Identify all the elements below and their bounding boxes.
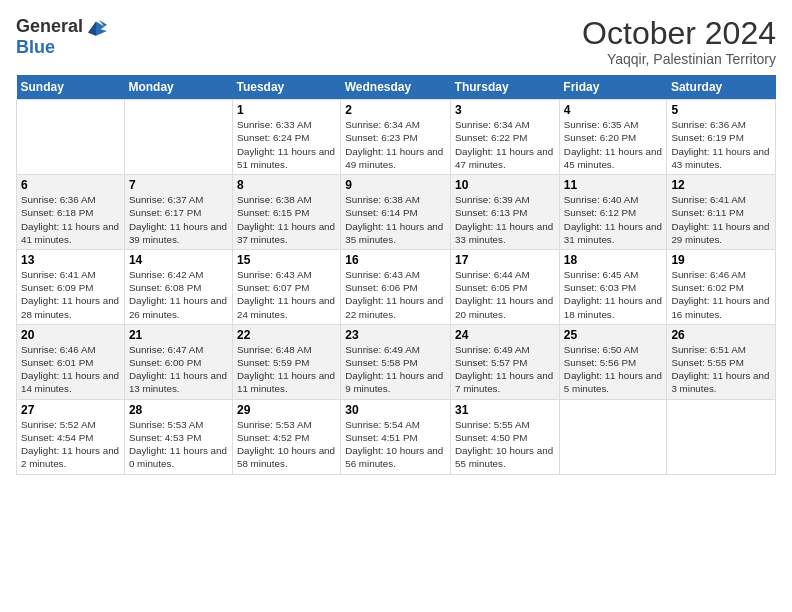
day-info: Sunrise: 6:45 AM Sunset: 6:03 PM Dayligh… xyxy=(564,268,663,321)
col-monday: Monday xyxy=(124,75,232,100)
calendar-cell: 29Sunrise: 5:53 AM Sunset: 4:52 PM Dayli… xyxy=(232,399,340,474)
day-info: Sunrise: 6:41 AM Sunset: 6:09 PM Dayligh… xyxy=(21,268,120,321)
svg-marker-1 xyxy=(88,22,96,36)
day-info: Sunrise: 6:36 AM Sunset: 6:18 PM Dayligh… xyxy=(21,193,120,246)
calendar-cell: 16Sunrise: 6:43 AM Sunset: 6:06 PM Dayli… xyxy=(341,249,451,324)
day-number: 21 xyxy=(129,328,228,342)
day-info: Sunrise: 6:38 AM Sunset: 6:15 PM Dayligh… xyxy=(237,193,336,246)
day-number: 7 xyxy=(129,178,228,192)
day-info: Sunrise: 6:49 AM Sunset: 5:57 PM Dayligh… xyxy=(455,343,555,396)
day-number: 23 xyxy=(345,328,446,342)
day-number: 27 xyxy=(21,403,120,417)
day-info: Sunrise: 6:46 AM Sunset: 6:01 PM Dayligh… xyxy=(21,343,120,396)
calendar-cell: 24Sunrise: 6:49 AM Sunset: 5:57 PM Dayli… xyxy=(451,324,560,399)
calendar-cell: 23Sunrise: 6:49 AM Sunset: 5:58 PM Dayli… xyxy=(341,324,451,399)
day-info: Sunrise: 5:53 AM Sunset: 4:53 PM Dayligh… xyxy=(129,418,228,471)
calendar-cell: 3Sunrise: 6:34 AM Sunset: 6:22 PM Daylig… xyxy=(451,100,560,175)
calendar-cell: 9Sunrise: 6:38 AM Sunset: 6:14 PM Daylig… xyxy=(341,175,451,250)
day-number: 15 xyxy=(237,253,336,267)
calendar-cell: 14Sunrise: 6:42 AM Sunset: 6:08 PM Dayli… xyxy=(124,249,232,324)
day-number: 24 xyxy=(455,328,555,342)
col-saturday: Saturday xyxy=(667,75,776,100)
day-number: 5 xyxy=(671,103,771,117)
day-info: Sunrise: 5:54 AM Sunset: 4:51 PM Dayligh… xyxy=(345,418,446,471)
day-number: 16 xyxy=(345,253,446,267)
calendar-cell: 7Sunrise: 6:37 AM Sunset: 6:17 PM Daylig… xyxy=(124,175,232,250)
calendar-cell: 17Sunrise: 6:44 AM Sunset: 6:05 PM Dayli… xyxy=(451,249,560,324)
day-number: 6 xyxy=(21,178,120,192)
calendar-cell: 6Sunrise: 6:36 AM Sunset: 6:18 PM Daylig… xyxy=(17,175,125,250)
calendar-week-1: 1Sunrise: 6:33 AM Sunset: 6:24 PM Daylig… xyxy=(17,100,776,175)
day-number: 19 xyxy=(671,253,771,267)
calendar-cell: 4Sunrise: 6:35 AM Sunset: 6:20 PM Daylig… xyxy=(559,100,667,175)
day-info: Sunrise: 6:44 AM Sunset: 6:05 PM Dayligh… xyxy=(455,268,555,321)
day-number: 1 xyxy=(237,103,336,117)
calendar-cell: 28Sunrise: 5:53 AM Sunset: 4:53 PM Dayli… xyxy=(124,399,232,474)
logo-blue: Blue xyxy=(16,37,55,57)
logo-general: General xyxy=(16,17,83,37)
calendar-cell: 8Sunrise: 6:38 AM Sunset: 6:15 PM Daylig… xyxy=(232,175,340,250)
col-wednesday: Wednesday xyxy=(341,75,451,100)
calendar-cell: 21Sunrise: 6:47 AM Sunset: 6:00 PM Dayli… xyxy=(124,324,232,399)
day-info: Sunrise: 6:48 AM Sunset: 5:59 PM Dayligh… xyxy=(237,343,336,396)
calendar-week-2: 6Sunrise: 6:36 AM Sunset: 6:18 PM Daylig… xyxy=(17,175,776,250)
day-number: 26 xyxy=(671,328,771,342)
calendar-cell: 18Sunrise: 6:45 AM Sunset: 6:03 PM Dayli… xyxy=(559,249,667,324)
day-info: Sunrise: 6:42 AM Sunset: 6:08 PM Dayligh… xyxy=(129,268,228,321)
logo: General Blue xyxy=(16,16,107,58)
day-info: Sunrise: 6:37 AM Sunset: 6:17 PM Dayligh… xyxy=(129,193,228,246)
day-info: Sunrise: 6:49 AM Sunset: 5:58 PM Dayligh… xyxy=(345,343,446,396)
day-number: 8 xyxy=(237,178,336,192)
day-number: 10 xyxy=(455,178,555,192)
day-info: Sunrise: 6:47 AM Sunset: 6:00 PM Dayligh… xyxy=(129,343,228,396)
day-info: Sunrise: 5:55 AM Sunset: 4:50 PM Dayligh… xyxy=(455,418,555,471)
day-info: Sunrise: 6:33 AM Sunset: 6:24 PM Dayligh… xyxy=(237,118,336,171)
calendar-cell xyxy=(667,399,776,474)
day-info: Sunrise: 6:50 AM Sunset: 5:56 PM Dayligh… xyxy=(564,343,663,396)
day-info: Sunrise: 5:53 AM Sunset: 4:52 PM Dayligh… xyxy=(237,418,336,471)
day-number: 2 xyxy=(345,103,446,117)
day-info: Sunrise: 6:43 AM Sunset: 6:06 PM Dayligh… xyxy=(345,268,446,321)
day-number: 11 xyxy=(564,178,663,192)
day-number: 28 xyxy=(129,403,228,417)
calendar-cell: 20Sunrise: 6:46 AM Sunset: 6:01 PM Dayli… xyxy=(17,324,125,399)
day-info: Sunrise: 6:38 AM Sunset: 6:14 PM Dayligh… xyxy=(345,193,446,246)
title-block: October 2024 Yaqqir, Palestinian Territo… xyxy=(582,16,776,67)
day-info: Sunrise: 6:35 AM Sunset: 6:20 PM Dayligh… xyxy=(564,118,663,171)
day-info: Sunrise: 6:39 AM Sunset: 6:13 PM Dayligh… xyxy=(455,193,555,246)
day-info: Sunrise: 5:52 AM Sunset: 4:54 PM Dayligh… xyxy=(21,418,120,471)
calendar-cell: 1Sunrise: 6:33 AM Sunset: 6:24 PM Daylig… xyxy=(232,100,340,175)
calendar-cell: 19Sunrise: 6:46 AM Sunset: 6:02 PM Dayli… xyxy=(667,249,776,324)
calendar-cell: 2Sunrise: 6:34 AM Sunset: 6:23 PM Daylig… xyxy=(341,100,451,175)
calendar-week-3: 13Sunrise: 6:41 AM Sunset: 6:09 PM Dayli… xyxy=(17,249,776,324)
calendar-week-5: 27Sunrise: 5:52 AM Sunset: 4:54 PM Dayli… xyxy=(17,399,776,474)
calendar-cell: 22Sunrise: 6:48 AM Sunset: 5:59 PM Dayli… xyxy=(232,324,340,399)
calendar-cell: 26Sunrise: 6:51 AM Sunset: 5:55 PM Dayli… xyxy=(667,324,776,399)
location-subtitle: Yaqqir, Palestinian Territory xyxy=(582,51,776,67)
page-header: General Blue October 2024 Yaqqir, Palest… xyxy=(16,16,776,67)
calendar-cell: 11Sunrise: 6:40 AM Sunset: 6:12 PM Dayli… xyxy=(559,175,667,250)
day-info: Sunrise: 6:40 AM Sunset: 6:12 PM Dayligh… xyxy=(564,193,663,246)
day-number: 29 xyxy=(237,403,336,417)
day-info: Sunrise: 6:46 AM Sunset: 6:02 PM Dayligh… xyxy=(671,268,771,321)
calendar-week-4: 20Sunrise: 6:46 AM Sunset: 6:01 PM Dayli… xyxy=(17,324,776,399)
day-info: Sunrise: 6:34 AM Sunset: 6:23 PM Dayligh… xyxy=(345,118,446,171)
calendar-table: Sunday Monday Tuesday Wednesday Thursday… xyxy=(16,75,776,474)
day-info: Sunrise: 6:34 AM Sunset: 6:22 PM Dayligh… xyxy=(455,118,555,171)
day-info: Sunrise: 6:41 AM Sunset: 6:11 PM Dayligh… xyxy=(671,193,771,246)
day-number: 30 xyxy=(345,403,446,417)
day-number: 31 xyxy=(455,403,555,417)
day-info: Sunrise: 6:36 AM Sunset: 6:19 PM Dayligh… xyxy=(671,118,771,171)
day-number: 22 xyxy=(237,328,336,342)
day-info: Sunrise: 6:51 AM Sunset: 5:55 PM Dayligh… xyxy=(671,343,771,396)
day-number: 4 xyxy=(564,103,663,117)
day-number: 25 xyxy=(564,328,663,342)
day-number: 17 xyxy=(455,253,555,267)
calendar-cell xyxy=(17,100,125,175)
day-number: 13 xyxy=(21,253,120,267)
day-number: 9 xyxy=(345,178,446,192)
day-number: 14 xyxy=(129,253,228,267)
calendar-cell: 13Sunrise: 6:41 AM Sunset: 6:09 PM Dayli… xyxy=(17,249,125,324)
calendar-cell: 10Sunrise: 6:39 AM Sunset: 6:13 PM Dayli… xyxy=(451,175,560,250)
calendar-header-row: Sunday Monday Tuesday Wednesday Thursday… xyxy=(17,75,776,100)
